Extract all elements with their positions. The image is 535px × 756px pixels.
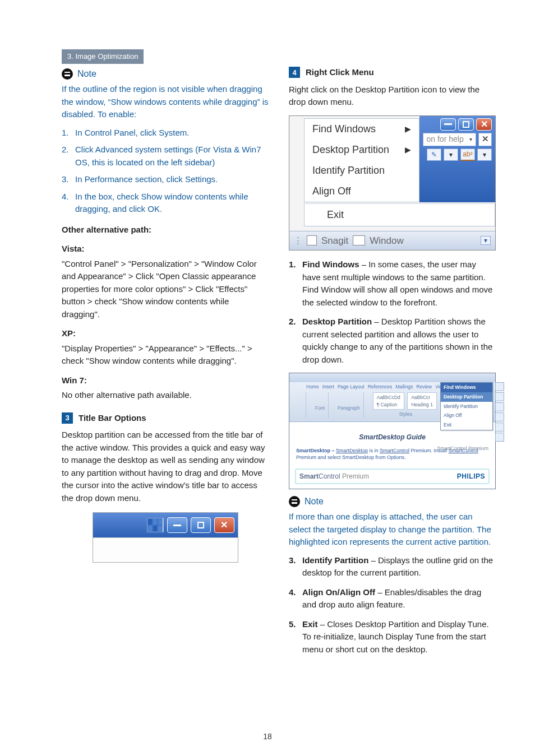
partition-icon	[495, 433, 504, 442]
style-preview: AaBbCcIHeading 1	[407, 392, 437, 410]
other-alt-heading: Other alternative path:	[62, 224, 269, 236]
win7-text: No other alternative path available.	[62, 389, 269, 402]
maximize-icon	[458, 118, 474, 131]
note-title: Note	[77, 67, 96, 81]
styles-group: AaBbCcDd¶ Caption AaBbCcIHeading 1 Style…	[370, 392, 442, 418]
minimize-icon	[167, 517, 187, 533]
style-preview: AaBbCcDd¶ Caption	[373, 392, 404, 410]
menu-desktop-partition: Desktop Partition▶	[305, 140, 419, 160]
partition-icon	[495, 382, 504, 391]
item-find-windows: 1.Find Windows – In some cases, the user…	[289, 258, 496, 309]
step-3: 3.In Performance section, click Settings…	[62, 173, 269, 186]
abc-highlight-icon: ab²	[460, 149, 475, 161]
vista-heading: Vista:	[62, 243, 269, 256]
paragraph-group: Paragraph	[334, 392, 364, 418]
submenu-arrow-icon: ▶	[405, 144, 411, 156]
partition-icon	[495, 423, 504, 432]
step-2: 2.Click Advanced system settings (For Vi…	[62, 143, 269, 169]
font-group: Font	[312, 392, 329, 418]
dropdown-icon: ▾	[469, 135, 472, 143]
menu-align-off: Align Off	[305, 181, 419, 202]
partition-popup: Find Windows Desktop Partition Identify …	[440, 382, 493, 430]
tab-home: Home	[306, 383, 319, 391]
titlebar-right: ✕ on for help▾ ✕ ✎ ▾ ab² ▾	[419, 116, 495, 202]
section-3-text: Desktop partition can be accessed from t…	[62, 429, 269, 504]
step-4: 4.In the box, check Show window contents…	[62, 191, 269, 216]
side-partition-icons	[495, 382, 504, 442]
tab-insert: Insert	[322, 383, 334, 391]
submenu-arrow-icon: ▶	[405, 123, 411, 135]
popup-align-off: Align Off	[441, 411, 492, 420]
item-exit: 5.Exit – Closes Desktop Partition and Di…	[289, 618, 496, 656]
clipboard-group	[292, 392, 306, 418]
chapter-badge: 3. Image Optimization	[62, 49, 144, 64]
note-heading-2: Note	[289, 495, 496, 508]
close-icon: ✕	[476, 118, 492, 131]
note-icon	[289, 496, 300, 507]
menu-exit: Exit	[304, 204, 495, 226]
tab-page-layout: Page Layout	[338, 383, 365, 391]
xp-text: "Display Properties" > "Appearance" > "E…	[62, 342, 269, 368]
dropdown-icon: ▾	[477, 149, 492, 161]
section-4-text: Right click on the Desktop Partition ico…	[289, 84, 496, 109]
partition-icon	[495, 402, 504, 411]
section-3-heading: 3 Title Bar Options	[62, 412, 269, 425]
section-4-number: 4	[289, 67, 300, 78]
maximize-icon	[191, 517, 211, 533]
tab-mailings: Mailings	[395, 383, 413, 391]
note-heading: Note	[62, 67, 269, 81]
enable-steps-list: 1.In Control Panel, click System. 2.Clic…	[62, 127, 269, 216]
smartcontrol-footer: SmartControl Premium PHILIPS	[295, 469, 490, 484]
capture-icon	[353, 235, 365, 245]
word-titlebar	[289, 373, 495, 382]
note-text: If the outline of the region is not visi…	[62, 83, 269, 121]
popup-desktop-partition: Desktop Partition	[441, 392, 492, 402]
section-4-heading: 4 Right Click Menu	[289, 66, 496, 79]
help-search-field: on for help▾	[423, 133, 476, 146]
minimize-icon	[440, 118, 456, 131]
titlebar-figure-body	[93, 537, 238, 562]
tab-review: Review	[416, 383, 432, 391]
left-column: Note If the outline of the region is not…	[62, 66, 269, 662]
snagit-icon	[307, 235, 317, 245]
section-4-title: Right Click Menu	[306, 66, 374, 79]
item-align-on-off: 4.Align On/Align Off – Enables/disables …	[289, 586, 496, 611]
section-3-number: 3	[62, 412, 73, 424]
dropdown-icon: ▾	[444, 149, 458, 161]
context-menu: Find Windows▶ Desktop Partition▶ Identif…	[304, 118, 419, 202]
menu-find-windows: Find Windows▶	[305, 119, 419, 140]
partition-icon	[495, 392, 504, 401]
step-1: 1.In Control Panel, click System.	[62, 127, 269, 140]
right-click-list-1: 1.Find Windows – In some cases, the user…	[289, 258, 496, 366]
menu-identify-partition: Identify Partition	[305, 160, 419, 181]
note-title-2: Note	[305, 495, 324, 508]
titlebar-figure: ✕	[93, 512, 238, 563]
close-pane-icon: ✕	[478, 133, 492, 146]
two-column-layout: Note If the outline of the region is not…	[62, 66, 496, 662]
window-label: Window	[370, 234, 403, 248]
tab-references: References	[368, 383, 392, 391]
partition-icon	[495, 412, 504, 421]
right-click-list-2: 3.Identify Partition – Displays the outl…	[289, 554, 496, 656]
word-window-figure: Home Insert Page Layout References Maili…	[289, 373, 496, 489]
snagit-label: Snagit	[321, 234, 348, 248]
item-desktop-partition: 2.Desktop Partition – Desktop Partition …	[289, 316, 496, 366]
win7-heading: Win 7:	[62, 374, 269, 387]
philips-logo: PHILIPS	[457, 471, 485, 481]
tool-icon: ✎	[427, 149, 441, 161]
item-identify-partition: 3.Identify Partition – Displays the outl…	[289, 554, 496, 579]
right-column: 4 Right Click Menu Right click on the De…	[289, 66, 496, 662]
close-icon: ✕	[214, 517, 234, 533]
note-icon	[62, 68, 73, 80]
section-3-title: Title Bar Options	[79, 412, 146, 425]
dropdown-icon: ▾	[481, 236, 491, 245]
partition-grid-icon	[147, 518, 164, 532]
vista-text: "Control Panel" > "Personalization" > "W…	[62, 258, 269, 321]
popup-exit: Exit	[441, 420, 492, 430]
popup-find-windows: Find Windows	[441, 383, 492, 392]
popup-identify-partition: Identify Partition	[441, 402, 492, 411]
doc-title: SmartDesktop Guide	[296, 432, 488, 442]
xp-heading: XP:	[62, 327, 269, 340]
smartcontrol-chip: SmartControl Premium	[437, 445, 488, 453]
taskbar-strip: ⋮ Snagit Window ▾	[289, 231, 495, 251]
